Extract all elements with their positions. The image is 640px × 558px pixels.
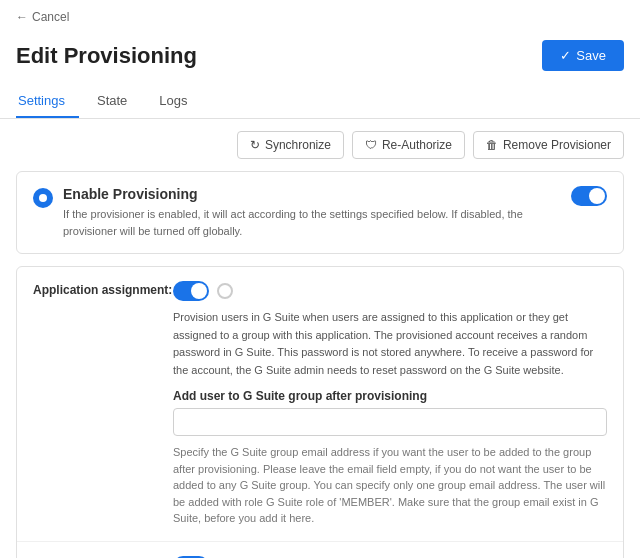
app-assignment-toggle[interactable] xyxy=(173,281,209,301)
trash-icon: 🗑 xyxy=(486,138,498,152)
remove-provisioner-button[interactable]: 🗑 Remove Provisioner xyxy=(473,131,624,159)
enable-provisioning-card: Enable Provisioning If the provisioner i… xyxy=(16,171,624,254)
sync-label: Synchronize xyxy=(265,138,331,152)
save-label: Save xyxy=(576,48,606,63)
sync-icon: ↻ xyxy=(250,138,260,152)
tab-state[interactable]: State xyxy=(95,85,141,118)
gsuite-group-hint: Specify the G Suite group email address … xyxy=(173,444,607,527)
app-assignment-label: Application assignment: xyxy=(33,281,173,527)
synchronize-button[interactable]: ↻ Synchronize xyxy=(237,131,344,159)
back-link[interactable]: ← Cancel xyxy=(16,10,69,24)
enable-provisioning-title: Enable Provisioning xyxy=(63,186,523,202)
app-assignment-radio[interactable] xyxy=(217,283,233,299)
tab-logs[interactable]: Logs xyxy=(157,85,201,118)
settings-card: Application assignment: Provision users … xyxy=(16,266,624,558)
reauthorize-label: Re-Authorize xyxy=(382,138,452,152)
shield-icon: 🛡 xyxy=(365,138,377,152)
reauthorize-button[interactable]: 🛡 Re-Authorize xyxy=(352,131,465,159)
enable-provisioning-desc: If the provisioner is enabled, it will a… xyxy=(63,206,523,239)
save-button[interactable]: ✓ Save xyxy=(542,40,624,71)
back-label: Cancel xyxy=(32,10,69,24)
enable-provisioning-toggle[interactable] xyxy=(571,186,607,206)
app-assignment-desc: Provision users in G Suite when users ar… xyxy=(173,309,607,379)
action-bar: ↻ Synchronize 🛡 Re-Authorize 🗑 Remove Pr… xyxy=(16,131,624,159)
tab-settings[interactable]: Settings xyxy=(16,85,79,118)
back-arrow-icon: ← xyxy=(16,10,28,24)
tabs-row: Settings State Logs xyxy=(0,85,640,119)
gsuite-group-input[interactable] xyxy=(173,408,607,436)
page-title: Edit Provisioning xyxy=(16,43,197,69)
enable-status-dot xyxy=(33,188,53,208)
remove-label: Remove Provisioner xyxy=(503,138,611,152)
save-checkmark-icon: ✓ xyxy=(560,48,571,63)
app-assignment-row: Application assignment: Provision users … xyxy=(17,267,623,542)
gsuite-group-field-label: Add user to G Suite group after provisio… xyxy=(173,389,607,403)
app-unassignment-row: Application unassignment: Deprovision us… xyxy=(17,542,623,558)
